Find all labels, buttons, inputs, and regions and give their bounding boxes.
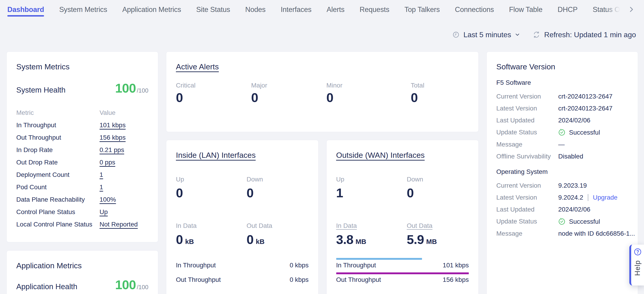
tab-application-metrics[interactable]: Application Metrics xyxy=(122,0,181,15)
row-value: 2024/02/06 xyxy=(558,206,628,213)
row-label: Current Version xyxy=(496,93,558,100)
check-circle-icon xyxy=(558,129,565,136)
metric-value-link[interactable]: Up xyxy=(100,208,108,215)
lan-interfaces-title-link[interactable]: Inside (LAN) Interfaces xyxy=(176,151,256,160)
software-version-title: Software Version xyxy=(496,62,628,71)
refresh-icon xyxy=(533,31,540,38)
system-metrics-card: System Metrics System Health 100 /100 Me… xyxy=(6,51,158,242)
metric-label: Data Plane Reachability xyxy=(16,196,100,203)
data-number: 0 xyxy=(246,233,254,246)
application-metrics-title: Application Metrics xyxy=(16,261,148,270)
metric-value-link[interactable]: Not Reported xyxy=(100,221,138,228)
upgrade-link[interactable]: Upgrade xyxy=(593,194,618,201)
clock-icon xyxy=(452,31,460,38)
metric-label: Out Throughput xyxy=(16,134,100,141)
lan-updown-stats: Up 0 Down 0 xyxy=(176,176,309,200)
throughput-label: Out Throughput xyxy=(336,276,381,283)
tabs-scroll-right-button[interactable] xyxy=(628,6,635,14)
stat-label: Major xyxy=(251,82,326,89)
software-row: Latest Version crt-20240123-2647 xyxy=(496,105,628,112)
lan-out-throughput-bar xyxy=(176,272,309,274)
software-row: Latest Version 9.2024.2 Upgrade xyxy=(496,194,628,201)
metric-label: In Drop Rate xyxy=(16,146,100,154)
application-health-label: Application Health xyxy=(16,282,77,291)
bar-fill xyxy=(336,272,469,274)
tab-alerts[interactable]: Alerts xyxy=(326,0,344,15)
tab-dashboard[interactable]: Dashboard xyxy=(7,0,44,15)
row-value-with-status: Successful xyxy=(558,218,628,225)
metric-label: Pod Count xyxy=(16,184,100,191)
metric-value-link[interactable]: 1 xyxy=(100,184,103,191)
system-metrics-table: Metric Value In Throughput 101 kbps Out … xyxy=(16,109,148,228)
throughput-value: 101 kbps xyxy=(443,262,469,269)
lan-out-throughput-row: Out Throughput 0 kbps xyxy=(176,276,309,283)
metric-value-link[interactable]: 100% xyxy=(100,196,116,203)
stat-label: Down xyxy=(407,176,469,183)
software-row: Update Status Successful xyxy=(496,129,628,136)
stat-value: 0 kB xyxy=(246,233,309,246)
tab-site-status[interactable]: Site Status xyxy=(196,0,230,15)
metric-column-header: Metric xyxy=(16,109,100,116)
software-row: Message node with ID 6dc66856-1... xyxy=(496,230,628,237)
stat-value: 0 xyxy=(246,186,309,200)
table-row: Out Throughput 156 kbps xyxy=(16,134,148,141)
system-health-label: System Health xyxy=(16,85,66,95)
metric-value-link[interactable]: 101 kbps xyxy=(100,121,126,129)
wan-updown-stats: Up 1 Down 0 xyxy=(336,176,469,200)
tab-top-talkers[interactable]: Top Talkers xyxy=(404,0,440,15)
refresh-button[interactable]: Refresh: Updated 1 min ago xyxy=(533,31,636,39)
software-row: Update Status Successful xyxy=(496,218,628,225)
tab-status-objects[interactable]: Status Objects xyxy=(593,0,622,15)
lan-stat-out-data: Out Data 0 kB xyxy=(246,222,309,246)
table-row: Out Drop Rate 0 pps xyxy=(16,159,148,166)
table-row: Pod Count 1 xyxy=(16,184,148,191)
dashboard-toolbar: Last 5 minutes Refresh: Updated 1 min ag… xyxy=(452,29,636,40)
throughput-label: In Throughput xyxy=(176,262,216,269)
tab-nodes[interactable]: Nodes xyxy=(245,0,266,15)
stat-label: Critical xyxy=(176,82,251,89)
tab-flow-table[interactable]: Flow Table xyxy=(509,0,543,15)
wan-stat-in-data: In Data 3.8 MB xyxy=(336,222,407,246)
wan-interfaces-title-link[interactable]: Outside (WAN) Interfaces xyxy=(336,151,425,160)
metric-value-link[interactable]: 0.21 pps xyxy=(100,146,124,154)
tab-system-metrics[interactable]: System Metrics xyxy=(59,0,107,15)
throughput-value: 156 kbps xyxy=(443,276,469,283)
application-health-max: /100 xyxy=(137,284,148,291)
metric-value-link[interactable]: 1 xyxy=(100,171,103,178)
data-number: 0 xyxy=(176,233,183,246)
active-alerts-stats: Critical 0 Major 0 Minor 0 Total 0 xyxy=(176,82,469,104)
stat-value: 1 xyxy=(336,186,407,200)
time-range-dropdown[interactable]: Last 5 minutes xyxy=(452,31,520,39)
check-circle-icon xyxy=(558,218,565,225)
metric-value-link[interactable]: 0 pps xyxy=(100,159,115,166)
active-alerts-title-link[interactable]: Active Alerts xyxy=(176,62,219,71)
data-unit: kB xyxy=(185,238,194,245)
in-data-link[interactable]: In Data xyxy=(336,222,357,229)
tab-interfaces[interactable]: Interfaces xyxy=(281,0,312,15)
table-header-row: Metric Value xyxy=(16,109,148,116)
software-row: Offline Survivability Disabled xyxy=(496,153,628,160)
value-link-divider xyxy=(588,194,588,201)
stat-value: 5.9 MB xyxy=(407,233,469,246)
application-health-value: 100 xyxy=(115,277,136,292)
time-range-label: Last 5 minutes xyxy=(464,31,511,39)
help-label: Help xyxy=(634,260,642,276)
row-label: Last Updated xyxy=(496,206,558,213)
f5-software-section-heading: F5 Software xyxy=(496,79,628,86)
lan-in-throughput-row: In Throughput 0 kbps xyxy=(176,262,309,269)
help-panel-button[interactable]: Help xyxy=(629,245,644,285)
metric-value-link[interactable]: 156 kbps xyxy=(100,134,126,141)
row-label: Offline Survivability xyxy=(496,153,558,160)
wan-in-throughput-row: In Throughput 101 kbps xyxy=(336,262,469,269)
application-health-row: Application Health 100 /100 xyxy=(16,277,148,292)
out-data-link[interactable]: Out Data xyxy=(407,222,432,229)
software-row: Last Updated 2024/02/06 xyxy=(496,206,628,213)
chevron-right-icon xyxy=(628,6,635,14)
stat-value: 0 xyxy=(407,186,469,200)
tab-requests[interactable]: Requests xyxy=(360,0,389,15)
tab-connections[interactable]: Connections xyxy=(455,0,494,15)
tab-dhcp[interactable]: DHCP xyxy=(558,0,578,15)
row-value: 2024/02/06 xyxy=(558,117,628,124)
active-alerts-card: Active Alerts Critical 0 Major 0 Minor 0… xyxy=(166,51,479,132)
data-unit: MB xyxy=(356,238,366,245)
